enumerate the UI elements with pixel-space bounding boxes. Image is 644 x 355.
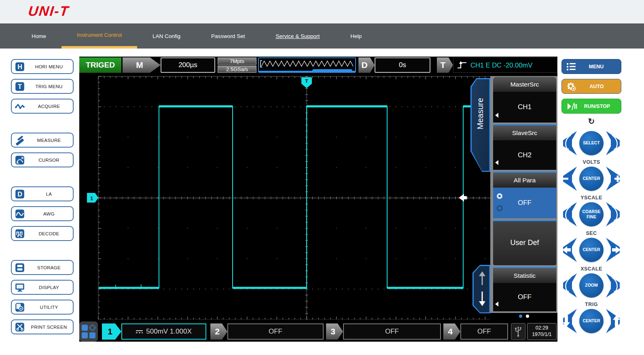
la-button[interactable]: D LA [11,186,74,201]
left-arrow-icon [495,113,498,118]
awg-label: AWG [25,211,73,216]
storage-icon [15,262,25,273]
memory-sample-stack: 7Mpts 2.5GSa/s [218,57,256,73]
utility-button[interactable]: UTILITY [11,300,74,315]
channel1-settings[interactable]: 500mV 1.000X [121,323,206,340]
uni-t-logo: UNI-T [28,3,70,19]
timebase-value[interactable]: 200µs [161,57,215,73]
nav-instrument-control[interactable]: Instrument Control [61,23,137,49]
trig-menu-button[interactable]: T TRIG MENU [11,79,74,94]
channel2-badge[interactable]: 2 [210,323,227,340]
channel3-settings[interactable]: OFF [343,323,441,340]
svg-text:1: 1 [90,195,93,201]
date-text: 1970/1/1 [532,332,552,338]
knob-zoom-button[interactable]: ZOOM [579,273,604,298]
channel4-settings[interactable]: OFF [460,323,508,340]
nav-home[interactable]: Home [16,23,61,49]
awg-icon [15,209,25,219]
knob-cluster-trig: TRIGCENTER [560,302,623,334]
measure-menu-tab[interactable]: Measure [470,78,490,172]
knob-wing-right-ns[interactable]: ns [605,273,623,298]
channel2-settings[interactable]: OFF [227,323,324,340]
svg-text:T: T [18,82,22,90]
awg-button[interactable]: AWG [11,206,74,221]
run-stop-icon [567,102,577,111]
nav-help[interactable]: Help [335,23,377,49]
page-header: UNI-T [0,0,644,23]
knob-wing-right[interactable] [605,167,623,191]
decode-label: DECODE [25,231,73,236]
radio-selected-icon[interactable] [497,193,502,199]
knob-center-button[interactable]: CENTER [579,238,604,262]
nav-password-set[interactable]: Password Set [196,23,260,49]
knob-select-button[interactable]: SELECT [579,131,604,155]
menu-item-user-def[interactable]: User Def [493,220,556,265]
nav-lan-config[interactable]: LAN Config [137,23,196,49]
run-stop-button[interactable]: RUN/STOP [561,99,621,114]
left-arrow-icon [495,302,498,306]
trigger-status-badge: TRIGED [79,57,121,73]
print-screen-label: PRINT SCREEN [25,325,73,330]
cursor-button[interactable]: AB CURSOR [11,152,74,167]
knob-center-button[interactable]: CENTER [579,309,604,333]
menu-button-label: MENU [576,64,617,70]
menu-button[interactable]: MENU [561,59,621,74]
knob-wing-right[interactable] [605,238,623,262]
radio-unselected-icon[interactable] [497,205,502,211]
auto-button[interactable]: AUTO [561,79,621,94]
trigger-settings[interactable]: CH1 E DC -20.00mV [453,57,557,73]
knob-cluster-volts: VOLTSCENTER [560,159,623,191]
display-button[interactable]: DISPLAY [11,280,74,295]
cursor-label: CURSOR [25,158,73,163]
knob-wing-right[interactable] [605,131,623,155]
menu-item-all-para[interactable]: All Para OFF [493,171,556,218]
knob-cluster-xscale: XSCALEsZOOMns [560,266,623,298]
unit-scope-web-ui: UNI-T Home Instrument Control LAN Config… [0,0,644,355]
delay-value[interactable]: 0s [375,57,430,73]
page-dot [526,315,529,318]
all-para-value: OFF [493,188,556,218]
left-arrow-icon [495,160,498,165]
menu-item-slavesrc[interactable]: SlaveSrc CH2 [493,124,556,170]
auto-button-label: AUTO [576,84,617,89]
memory-depth: 7Mpts [218,57,256,65]
svg-text:B: B [21,156,24,159]
knob-wing-left[interactable] [560,167,578,191]
svg-text:H: H [17,63,22,70]
waveform-position-preview[interactable] [258,57,356,73]
knob-wing-left[interactable] [560,238,578,262]
knob-wing-right[interactable] [605,309,623,333]
knob-group-label: XSCALE [560,266,623,273]
knob-wing-left[interactable] [560,309,578,333]
menu-page-updown-tab[interactable] [472,265,490,313]
measure-button[interactable]: MEASURE [11,133,74,148]
updown-arrows [472,265,490,313]
preview-window-indicator [311,69,354,72]
knob-wing-right-mV[interactable]: mV [605,202,623,226]
knob-center-button[interactable]: CENTER [579,167,604,191]
hori-menu-button[interactable]: H HORI MENU [11,59,74,74]
decode-button[interactable]: DECODE [11,226,74,241]
knob-wing-left-s[interactable]: s [560,273,578,298]
menu-item-mastersrc[interactable]: MasterSrc CH1 [493,77,556,123]
acquire-button[interactable]: ACQUIRE [11,99,74,114]
menu-list-icon [567,63,576,70]
menu-page-dots[interactable] [490,313,557,319]
knob-stack: SELECTVOLTSCENTERYSCALEVCOARSE FINEmVSEC… [560,124,623,337]
channel1-badge[interactable]: 1 [102,323,121,340]
scope-screen: 1T Measure MasterSrc CH1 [79,75,557,319]
storage-button[interactable]: STORAGE [11,260,74,275]
knob-wing-left-V[interactable]: V [560,202,578,226]
print-screen-button[interactable]: PRINT SCREEN [11,319,74,334]
trig-icon: T [15,81,25,92]
trig-menu-label: TRIG MENU [25,84,73,89]
channel4-badge[interactable]: 4 [443,323,460,340]
knob-coarse-fine-button[interactable]: COARSE FINE [579,202,604,226]
channel3-badge[interactable]: 3 [326,323,343,340]
app-grid-button[interactable] [79,321,98,342]
nav-service-support[interactable]: Service & Support [260,23,335,49]
oscilloscope-display: TRIGED M 200µs 7Mpts 2.5GSa/s D 0s T CH1… [79,57,557,342]
display-label: DISPLAY [25,285,73,290]
menu-item-statistic[interactable]: Statistic OFF [493,267,556,311]
knob-wing-left[interactable] [560,131,578,155]
